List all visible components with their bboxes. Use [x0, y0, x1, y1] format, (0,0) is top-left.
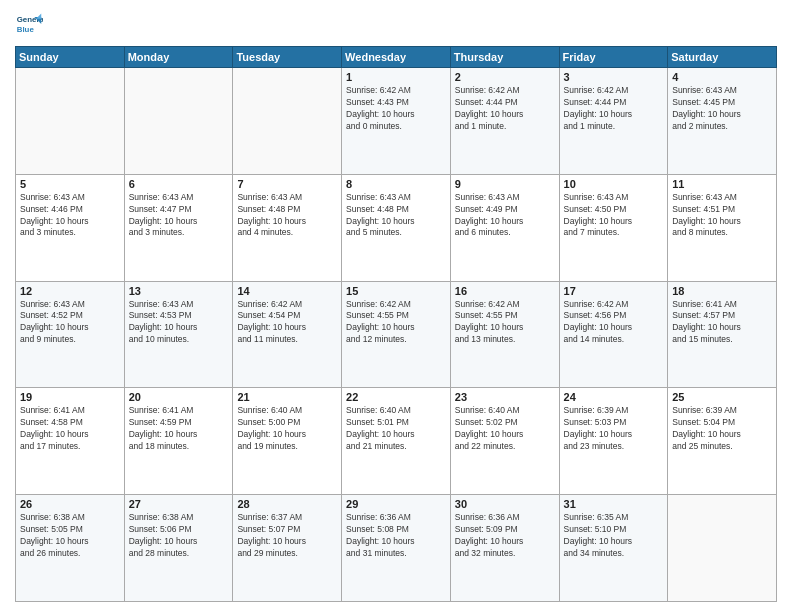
weekday-header-row: SundayMondayTuesdayWednesdayThursdayFrid…: [16, 47, 777, 68]
day-info: Sunrise: 6:42 AM Sunset: 4:43 PM Dayligh…: [346, 85, 446, 133]
calendar-cell: 12Sunrise: 6:43 AM Sunset: 4:52 PM Dayli…: [16, 281, 125, 388]
calendar-cell: 6Sunrise: 6:43 AM Sunset: 4:47 PM Daylig…: [124, 174, 233, 281]
day-number: 4: [672, 71, 772, 83]
calendar-cell: [233, 68, 342, 175]
day-number: 11: [672, 178, 772, 190]
day-info: Sunrise: 6:42 AM Sunset: 4:44 PM Dayligh…: [455, 85, 555, 133]
day-number: 13: [129, 285, 229, 297]
day-number: 1: [346, 71, 446, 83]
day-info: Sunrise: 6:42 AM Sunset: 4:54 PM Dayligh…: [237, 299, 337, 347]
calendar-cell: 13Sunrise: 6:43 AM Sunset: 4:53 PM Dayli…: [124, 281, 233, 388]
calendar-cell: 15Sunrise: 6:42 AM Sunset: 4:55 PM Dayli…: [342, 281, 451, 388]
day-info: Sunrise: 6:43 AM Sunset: 4:52 PM Dayligh…: [20, 299, 120, 347]
day-number: 27: [129, 498, 229, 510]
day-info: Sunrise: 6:42 AM Sunset: 4:56 PM Dayligh…: [564, 299, 664, 347]
day-number: 21: [237, 391, 337, 403]
week-row-2: 5Sunrise: 6:43 AM Sunset: 4:46 PM Daylig…: [16, 174, 777, 281]
calendar-table: SundayMondayTuesdayWednesdayThursdayFrid…: [15, 46, 777, 602]
day-info: Sunrise: 6:35 AM Sunset: 5:10 PM Dayligh…: [564, 512, 664, 560]
calendar-cell: 21Sunrise: 6:40 AM Sunset: 5:00 PM Dayli…: [233, 388, 342, 495]
day-number: 17: [564, 285, 664, 297]
day-info: Sunrise: 6:41 AM Sunset: 4:57 PM Dayligh…: [672, 299, 772, 347]
calendar-cell: 9Sunrise: 6:43 AM Sunset: 4:49 PM Daylig…: [450, 174, 559, 281]
day-number: 2: [455, 71, 555, 83]
day-number: 8: [346, 178, 446, 190]
day-info: Sunrise: 6:36 AM Sunset: 5:09 PM Dayligh…: [455, 512, 555, 560]
day-number: 19: [20, 391, 120, 403]
day-info: Sunrise: 6:40 AM Sunset: 5:00 PM Dayligh…: [237, 405, 337, 453]
weekday-header-saturday: Saturday: [668, 47, 777, 68]
day-number: 23: [455, 391, 555, 403]
calendar-cell: 18Sunrise: 6:41 AM Sunset: 4:57 PM Dayli…: [668, 281, 777, 388]
day-info: Sunrise: 6:43 AM Sunset: 4:48 PM Dayligh…: [237, 192, 337, 240]
day-number: 16: [455, 285, 555, 297]
day-info: Sunrise: 6:43 AM Sunset: 4:45 PM Dayligh…: [672, 85, 772, 133]
calendar-cell: 5Sunrise: 6:43 AM Sunset: 4:46 PM Daylig…: [16, 174, 125, 281]
day-number: 25: [672, 391, 772, 403]
day-number: 9: [455, 178, 555, 190]
week-row-4: 19Sunrise: 6:41 AM Sunset: 4:58 PM Dayli…: [16, 388, 777, 495]
day-number: 15: [346, 285, 446, 297]
calendar-cell: 4Sunrise: 6:43 AM Sunset: 4:45 PM Daylig…: [668, 68, 777, 175]
day-number: 6: [129, 178, 229, 190]
day-info: Sunrise: 6:40 AM Sunset: 5:01 PM Dayligh…: [346, 405, 446, 453]
day-info: Sunrise: 6:43 AM Sunset: 4:48 PM Dayligh…: [346, 192, 446, 240]
day-info: Sunrise: 6:42 AM Sunset: 4:44 PM Dayligh…: [564, 85, 664, 133]
day-info: Sunrise: 6:39 AM Sunset: 5:03 PM Dayligh…: [564, 405, 664, 453]
calendar-cell: [124, 68, 233, 175]
svg-text:Blue: Blue: [17, 25, 35, 34]
weekday-header-sunday: Sunday: [16, 47, 125, 68]
day-info: Sunrise: 6:38 AM Sunset: 5:06 PM Dayligh…: [129, 512, 229, 560]
week-row-5: 26Sunrise: 6:38 AM Sunset: 5:05 PM Dayli…: [16, 495, 777, 602]
logo-icon: General Blue: [15, 10, 43, 38]
calendar-cell: 17Sunrise: 6:42 AM Sunset: 4:56 PM Dayli…: [559, 281, 668, 388]
calendar-cell: 10Sunrise: 6:43 AM Sunset: 4:50 PM Dayli…: [559, 174, 668, 281]
day-number: 30: [455, 498, 555, 510]
day-number: 28: [237, 498, 337, 510]
calendar-cell: 2Sunrise: 6:42 AM Sunset: 4:44 PM Daylig…: [450, 68, 559, 175]
day-info: Sunrise: 6:43 AM Sunset: 4:47 PM Dayligh…: [129, 192, 229, 240]
day-number: 22: [346, 391, 446, 403]
day-number: 31: [564, 498, 664, 510]
calendar-cell: 27Sunrise: 6:38 AM Sunset: 5:06 PM Dayli…: [124, 495, 233, 602]
calendar-cell: 20Sunrise: 6:41 AM Sunset: 4:59 PM Dayli…: [124, 388, 233, 495]
calendar-cell: 28Sunrise: 6:37 AM Sunset: 5:07 PM Dayli…: [233, 495, 342, 602]
calendar-cell: [16, 68, 125, 175]
calendar-page: General Blue SundayMondayTuesdayWednesda…: [0, 0, 792, 612]
day-info: Sunrise: 6:43 AM Sunset: 4:50 PM Dayligh…: [564, 192, 664, 240]
day-number: 26: [20, 498, 120, 510]
calendar-cell: 24Sunrise: 6:39 AM Sunset: 5:03 PM Dayli…: [559, 388, 668, 495]
calendar-header: SundayMondayTuesdayWednesdayThursdayFrid…: [16, 47, 777, 68]
calendar-cell: 11Sunrise: 6:43 AM Sunset: 4:51 PM Dayli…: [668, 174, 777, 281]
calendar-cell: 31Sunrise: 6:35 AM Sunset: 5:10 PM Dayli…: [559, 495, 668, 602]
calendar-cell: 29Sunrise: 6:36 AM Sunset: 5:08 PM Dayli…: [342, 495, 451, 602]
day-info: Sunrise: 6:41 AM Sunset: 4:59 PM Dayligh…: [129, 405, 229, 453]
calendar-cell: 23Sunrise: 6:40 AM Sunset: 5:02 PM Dayli…: [450, 388, 559, 495]
day-info: Sunrise: 6:43 AM Sunset: 4:46 PM Dayligh…: [20, 192, 120, 240]
day-info: Sunrise: 6:42 AM Sunset: 4:55 PM Dayligh…: [346, 299, 446, 347]
day-info: Sunrise: 6:37 AM Sunset: 5:07 PM Dayligh…: [237, 512, 337, 560]
weekday-header-friday: Friday: [559, 47, 668, 68]
day-number: 12: [20, 285, 120, 297]
calendar-cell: [668, 495, 777, 602]
day-info: Sunrise: 6:39 AM Sunset: 5:04 PM Dayligh…: [672, 405, 772, 453]
logo: General Blue: [15, 10, 47, 38]
day-info: Sunrise: 6:43 AM Sunset: 4:51 PM Dayligh…: [672, 192, 772, 240]
day-info: Sunrise: 6:43 AM Sunset: 4:53 PM Dayligh…: [129, 299, 229, 347]
calendar-cell: 14Sunrise: 6:42 AM Sunset: 4:54 PM Dayli…: [233, 281, 342, 388]
day-number: 5: [20, 178, 120, 190]
calendar-cell: 22Sunrise: 6:40 AM Sunset: 5:01 PM Dayli…: [342, 388, 451, 495]
week-row-1: 1Sunrise: 6:42 AM Sunset: 4:43 PM Daylig…: [16, 68, 777, 175]
day-number: 24: [564, 391, 664, 403]
weekday-header-tuesday: Tuesday: [233, 47, 342, 68]
day-number: 14: [237, 285, 337, 297]
calendar-cell: 1Sunrise: 6:42 AM Sunset: 4:43 PM Daylig…: [342, 68, 451, 175]
day-number: 3: [564, 71, 664, 83]
calendar-cell: 26Sunrise: 6:38 AM Sunset: 5:05 PM Dayli…: [16, 495, 125, 602]
calendar-cell: 19Sunrise: 6:41 AM Sunset: 4:58 PM Dayli…: [16, 388, 125, 495]
day-info: Sunrise: 6:40 AM Sunset: 5:02 PM Dayligh…: [455, 405, 555, 453]
calendar-cell: 8Sunrise: 6:43 AM Sunset: 4:48 PM Daylig…: [342, 174, 451, 281]
day-number: 29: [346, 498, 446, 510]
day-number: 20: [129, 391, 229, 403]
day-number: 7: [237, 178, 337, 190]
